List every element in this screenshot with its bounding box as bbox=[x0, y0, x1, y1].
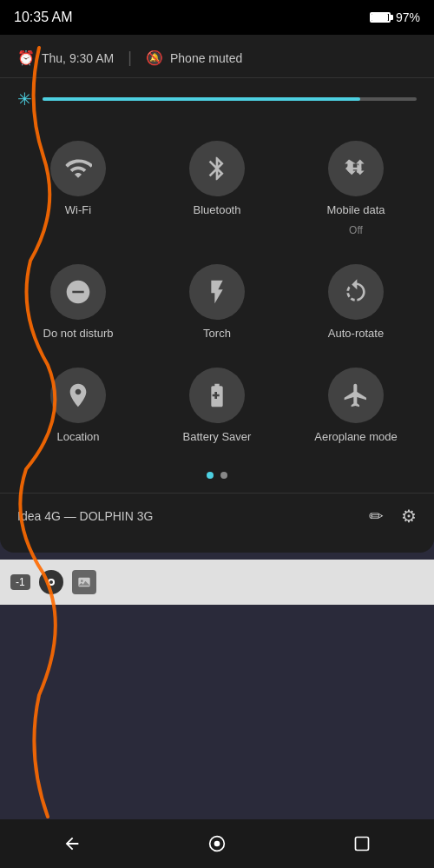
tile-wifi-label: Wi-Fi bbox=[65, 203, 91, 217]
tile-mobiledata[interactable]: Mobile data Off bbox=[286, 127, 425, 250]
muted-info: 🔕 Phone muted bbox=[146, 50, 242, 66]
tile-mobiledata-sublabel: Off bbox=[349, 224, 363, 236]
tile-aeroplane-circle bbox=[328, 368, 384, 423]
tile-autorotate-label: Auto-rotate bbox=[328, 327, 384, 341]
tile-torch-circle bbox=[189, 264, 245, 320]
tile-batterysaver-label: Battery Saver bbox=[183, 430, 252, 444]
svg-rect-6 bbox=[355, 838, 368, 851]
info-bar: ⏰ Thu, 9:30 AM | 🔕 Phone muted bbox=[0, 35, 434, 78]
battery-level: 97% bbox=[396, 10, 420, 24]
muted-icon: 🔕 bbox=[146, 50, 163, 66]
aeroplane-icon bbox=[342, 381, 370, 409]
tile-batterysaver-circle bbox=[189, 368, 245, 423]
home-button[interactable] bbox=[200, 826, 234, 861]
tile-batterysaver[interactable]: Battery Saver bbox=[148, 354, 286, 458]
page-dot-2[interactable] bbox=[220, 472, 227, 479]
info-divider: | bbox=[128, 49, 132, 67]
brightness-fill bbox=[43, 97, 360, 101]
svg-point-3 bbox=[81, 580, 83, 582]
tile-donotdisturb-circle bbox=[50, 264, 106, 320]
bluetooth-icon bbox=[203, 155, 231, 182]
alarm-time: Thu, 9:30 AM bbox=[42, 51, 114, 65]
network-bar: Idea 4G — DOLPHIN 3G ✏ ⚙ bbox=[0, 493, 434, 539]
tile-autorotate-circle bbox=[328, 264, 384, 320]
edit-button[interactable]: ✏ bbox=[369, 506, 384, 527]
tile-location-label: Location bbox=[56, 430, 99, 444]
brightness-icon: ✳ bbox=[17, 89, 32, 109]
tile-mobiledata-label: Mobile data bbox=[326, 203, 385, 217]
tile-mobiledata-circle bbox=[328, 141, 384, 196]
svg-point-5 bbox=[214, 841, 220, 847]
mobiledata-icon bbox=[342, 155, 370, 182]
alarm-info: ⏰ Thu, 9:30 AM bbox=[17, 50, 114, 66]
status-right: 97% bbox=[370, 10, 420, 24]
quick-settings-panel: ⏰ Thu, 9:30 AM | 🔕 Phone muted ✳ bbox=[0, 35, 434, 553]
tile-bluetooth-label: Bluetooth bbox=[194, 203, 241, 217]
app-bar: -1 bbox=[0, 560, 434, 605]
location-icon bbox=[64, 381, 92, 409]
batterysaver-icon bbox=[203, 381, 231, 409]
tile-location-circle bbox=[50, 368, 106, 423]
status-bar: 10:35 AM 97% bbox=[0, 0, 434, 35]
network-actions: ✏ ⚙ bbox=[369, 506, 417, 527]
tile-torch[interactable]: Torch bbox=[148, 250, 286, 354]
brightness-row[interactable]: ✳ bbox=[0, 78, 434, 120]
back-button[interactable] bbox=[55, 826, 89, 861]
donotdisturb-icon bbox=[64, 278, 92, 306]
tile-donotdisturb[interactable]: Do not disturb bbox=[9, 250, 148, 354]
recents-button[interactable] bbox=[345, 826, 379, 861]
app-badge: -1 bbox=[10, 574, 30, 590]
tile-torch-label: Torch bbox=[203, 327, 231, 341]
nav-bar bbox=[0, 819, 434, 868]
page-dot-1[interactable] bbox=[207, 472, 214, 479]
wifi-icon bbox=[64, 155, 92, 182]
settings-button[interactable]: ⚙ bbox=[401, 506, 417, 527]
tile-location[interactable]: Location bbox=[9, 354, 148, 458]
torch-icon bbox=[203, 278, 231, 306]
status-time: 10:35 AM bbox=[14, 10, 73, 25]
muted-label: Phone muted bbox=[170, 51, 242, 65]
alarm-icon: ⏰ bbox=[17, 50, 35, 66]
brightness-slider[interactable] bbox=[43, 97, 417, 101]
page-dots bbox=[0, 465, 434, 489]
app-icon-camera[interactable] bbox=[39, 570, 63, 594]
battery-icon bbox=[370, 12, 391, 23]
tile-wifi[interactable]: Wi-Fi bbox=[9, 127, 148, 250]
tile-wifi-circle bbox=[50, 141, 106, 196]
tile-autorotate[interactable]: Auto-rotate bbox=[286, 250, 425, 354]
autorotate-icon bbox=[342, 278, 370, 306]
tile-aeroplane-label: Aeroplane mode bbox=[314, 430, 397, 444]
tile-bluetooth-circle bbox=[189, 141, 245, 196]
tile-bluetooth[interactable]: Bluetooth bbox=[148, 127, 286, 250]
network-name: Idea 4G — DOLPHIN 3G bbox=[17, 509, 153, 523]
tile-donotdisturb-label: Do not disturb bbox=[43, 327, 114, 341]
svg-point-1 bbox=[49, 580, 53, 584]
app-icon-photo[interactable] bbox=[72, 570, 96, 594]
tile-grid: Wi-Fi Bluetooth Mobil bbox=[0, 120, 434, 465]
tile-aeroplane[interactable]: Aeroplane mode bbox=[286, 354, 425, 458]
